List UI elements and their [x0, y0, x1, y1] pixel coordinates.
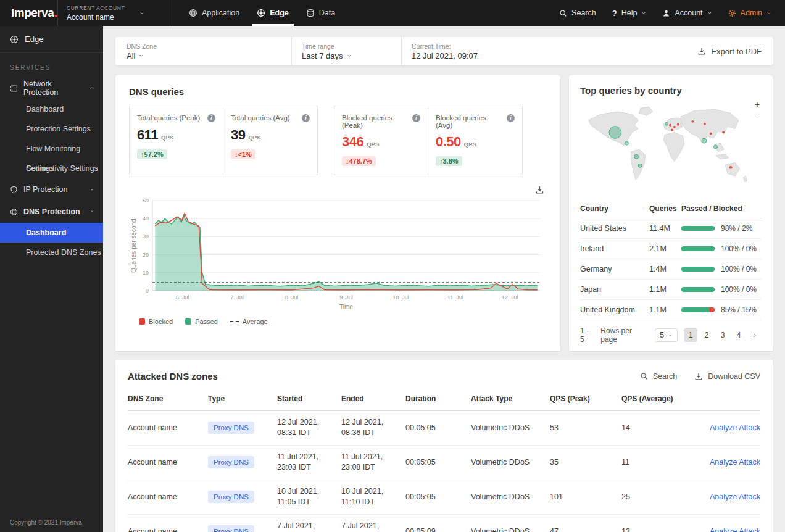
analyze-attack-link[interactable]: Analyze Attack [710, 527, 760, 532]
map-marker-green[interactable] [638, 164, 642, 167]
next-page-button[interactable]: › [748, 328, 762, 342]
pagination-range: 1 - 5 [580, 326, 594, 344]
map-marker-red[interactable] [710, 133, 712, 135]
country-row: Ireland2.1M100% / 0% [580, 239, 762, 259]
passed-blocked-ratio: 85% / 15% [721, 305, 762, 314]
nav-data[interactable]: Data [297, 0, 344, 26]
help-menu[interactable]: ? Help [612, 9, 647, 18]
search-button[interactable]: Search [559, 9, 596, 17]
question-mark-icon: ? [612, 9, 617, 18]
sidebar-item-dns-dashboard[interactable]: Dashboard [0, 223, 103, 243]
dns-protection-globe-icon [10, 208, 18, 216]
sidebar-group-dns-protection[interactable]: DNS Protection [0, 201, 103, 223]
qps-peak-cell: 101 [550, 492, 621, 503]
info-icon[interactable]: i [507, 114, 515, 122]
analyze-attack-link[interactable]: Analyze Attack [710, 458, 760, 467]
stat-label: Blocked queries (Avg) [436, 114, 507, 129]
map-marker-red[interactable] [704, 123, 706, 125]
info-icon[interactable]: i [302, 114, 310, 122]
continents [589, 107, 747, 182]
map-marker-red[interactable] [669, 124, 671, 127]
group-label: Network Protection [23, 80, 84, 97]
attack-type-cell: Volumetric DDoS [471, 457, 550, 468]
col-dns-zone: DNS Zone [128, 394, 208, 404]
country-name: United Kingdom [580, 305, 649, 314]
attacked-zones-title: Attacked DNS zones [128, 371, 218, 381]
sidebar-group-ip-protection[interactable]: IP Protection [0, 178, 103, 201]
map-marker-green[interactable] [702, 138, 707, 143]
col-country: Country [580, 204, 649, 213]
actions-cell: Analyze Attack [693, 457, 760, 468]
admin-menu[interactable]: Admin [728, 9, 771, 17]
sidebar-item-connectivity-settings[interactable]: Connectivity Settings [0, 159, 103, 178]
map-zoom-out-button[interactable]: − [753, 110, 762, 117]
info-icon[interactable]: i [412, 114, 420, 122]
stat-card: Total queries (Peak)i611QPS↑57.2% [129, 106, 223, 175]
stat-value: 611QPS [137, 127, 215, 143]
sidebar-item-edge[interactable]: Edge [0, 26, 103, 53]
nav-edge[interactable]: Edge [248, 0, 297, 26]
map-marker-green[interactable] [625, 141, 629, 145]
passed-bar [681, 246, 715, 251]
map-marker-green[interactable] [609, 127, 621, 139]
map-marker-green[interactable] [665, 122, 668, 125]
time-range-filter: Time range Last 7 days [292, 37, 402, 65]
download-icon [694, 372, 703, 381]
countries-table-header: Country Queries Passed / Blocked [580, 199, 762, 218]
dns-zone-value: All [127, 51, 135, 60]
dns-queries-title: DNS queries [129, 86, 547, 97]
download-csv-button[interactable]: Download CSV [694, 372, 760, 381]
chevron-down-icon [347, 53, 352, 58]
sidebar-item-np-dashboard[interactable]: Dashboard [0, 99, 103, 119]
sidebar-item-protection-settings[interactable]: Protection Settings [0, 119, 103, 139]
nav-data-label: Data [319, 9, 335, 17]
passed-swatch [185, 318, 191, 325]
duration-cell: 00:05:05 [405, 492, 471, 503]
sidebar-group-network-protection[interactable]: Network Protection [0, 77, 103, 99]
zones-search-button[interactable]: Search [640, 372, 678, 381]
analyze-attack-link[interactable]: Analyze Attack [710, 493, 760, 501]
sidebar-item-flow-monitoring-settings[interactable]: Flow Monitoring Settings [0, 139, 103, 159]
duration-cell: 00:05:05 [405, 423, 471, 434]
col-attack-type: Attack Type [471, 394, 550, 404]
map-marker-red[interactable] [677, 123, 679, 126]
time-range-label: Time range [302, 43, 390, 50]
page-buttons: 1234› [684, 328, 762, 342]
person-icon [662, 9, 670, 17]
stat-delta-badge: ↓478.7% [342, 156, 376, 166]
map-marker-red[interactable] [673, 126, 676, 128]
analyze-attack-link[interactable]: Analyze Attack [710, 423, 760, 432]
imperva-logo[interactable]: imperva [0, 0, 57, 26]
page-button[interactable]: 2 [700, 328, 713, 342]
ended-cell: 10 Jul 2021, 11:10 IDT [341, 486, 405, 508]
download-chart-icon[interactable] [535, 185, 544, 194]
actions-cell: Analyze Attack [693, 526, 760, 532]
topbar-divider [170, 0, 170, 26]
chevron-down-icon [89, 187, 94, 192]
passed-bar [681, 287, 715, 292]
map-zoom-in-button[interactable]: + [753, 101, 762, 108]
export-pdf-label: Export to PDF [711, 47, 762, 56]
world-map[interactable]: + − [580, 101, 762, 197]
info-icon[interactable]: i [207, 114, 215, 122]
zones-table-body: Account nameProxy DNS12 Jul 2021, 08:31 … [128, 411, 760, 532]
map-marker-red[interactable] [729, 166, 733, 169]
map-marker-green[interactable] [634, 154, 639, 159]
map-marker-red[interactable] [671, 129, 673, 131]
qps-average-cell: 13 [621, 526, 693, 532]
export-pdf-button[interactable]: Export to PDF [697, 47, 762, 56]
map-marker-red[interactable] [722, 131, 725, 134]
page-button[interactable]: 3 [716, 328, 729, 342]
page-button[interactable]: 4 [732, 328, 746, 342]
map-marker-red[interactable] [691, 120, 694, 123]
page-button[interactable]: 1 [684, 328, 697, 342]
time-range-select[interactable]: Last 7 days [302, 51, 390, 60]
dns-zone-select[interactable]: All [127, 51, 280, 60]
sidebar-item-protected-dns-zones[interactable]: Protected DNS Zones [0, 243, 103, 262]
current-account-switcher[interactable]: CURRENT ACCOUNT Account name [58, 0, 170, 26]
chevron-down-icon [766, 10, 771, 15]
map-marker-green[interactable] [714, 145, 718, 149]
nav-application[interactable]: Application [180, 0, 248, 26]
rows-per-page-select[interactable]: 5 [655, 328, 678, 342]
account-menu[interactable]: Account [662, 9, 712, 17]
